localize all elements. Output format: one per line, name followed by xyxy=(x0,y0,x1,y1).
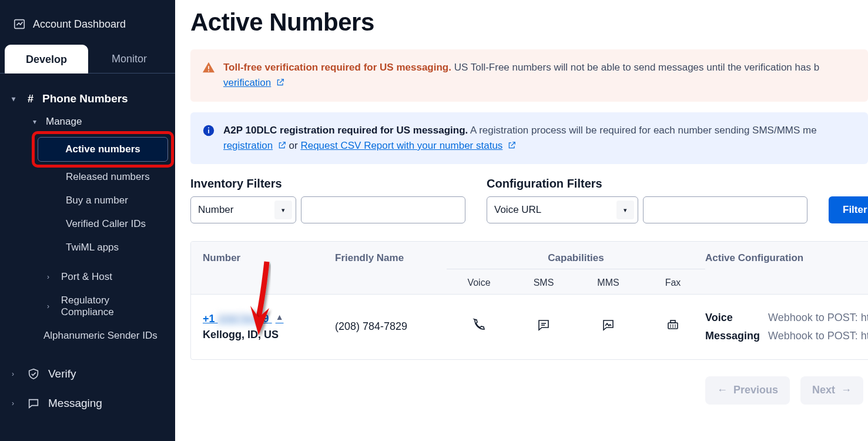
chevron-right-icon: › xyxy=(47,302,54,310)
alert-info-title: A2P 10DLC registration required for US m… xyxy=(223,125,468,136)
sidebar-tabs: Develop Monitor xyxy=(0,45,175,74)
chat-icon xyxy=(27,397,40,410)
nav-phone-numbers[interactable]: ▾ # Phone Numbers xyxy=(0,88,175,110)
col-mms: MMS xyxy=(576,278,641,288)
alert-warn-body: US Toll-Free numbers will not be able to… xyxy=(451,62,819,73)
tab-monitor[interactable]: Monitor xyxy=(88,45,170,73)
chevron-down-icon: ▾ xyxy=(33,118,40,126)
svg-rect-7 xyxy=(671,320,675,323)
nav-messaging[interactable]: › Messaging xyxy=(0,389,175,418)
external-link-icon xyxy=(508,141,516,149)
page-title: Active Numbers xyxy=(190,8,868,36)
chevron-right-icon: › xyxy=(47,273,54,281)
col-capabilities: Capabilities xyxy=(447,252,705,269)
fax-icon xyxy=(666,318,680,332)
triangle-up-icon: ▲ xyxy=(276,312,284,322)
alert-info-body: A registration process will be required … xyxy=(468,125,816,136)
config-messaging-label: Messaging xyxy=(705,327,760,345)
nav-twiml-apps[interactable]: TwiML apps xyxy=(0,236,175,259)
hash-icon: # xyxy=(25,93,36,105)
phone-number-link[interactable]: +1 20878479 ▲ xyxy=(203,313,284,325)
config-filter-block: Configuration Filters Voice URL ▾ xyxy=(487,177,807,223)
friendly-name-cell: (208) 784-7829 xyxy=(335,320,447,333)
svg-rect-6 xyxy=(668,323,678,329)
col-friendly-name: Friendly Name xyxy=(335,252,447,264)
nav-manage[interactable]: ▾ Manage xyxy=(0,110,175,133)
nav-released-numbers[interactable]: Released numbers xyxy=(0,165,175,189)
col-voice: Voice xyxy=(447,278,511,288)
account-dashboard-link[interactable]: Account Dashboard xyxy=(0,11,175,41)
nav-port-and-host[interactable]: › Port & Host xyxy=(0,265,175,289)
nav-verify[interactable]: › Verify xyxy=(0,359,175,389)
nav-buy-a-number[interactable]: Buy a number xyxy=(0,189,175,212)
alert-a2p-registration: A2P 10DLC registration required for US m… xyxy=(190,112,868,165)
mms-icon xyxy=(601,318,615,332)
chevron-down-icon: ▾ xyxy=(616,201,634,219)
filters-row: Inventory Filters Number ▾ Configuration… xyxy=(190,177,868,223)
svg-rect-3 xyxy=(208,127,209,128)
tab-develop[interactable]: Develop xyxy=(5,45,88,74)
config-voice-value: Webhook to POST: ht xyxy=(768,309,868,327)
alert-or-text: or xyxy=(289,140,301,151)
numbers-table: Number Friendly Name Capabilities Voice … xyxy=(190,241,868,359)
col-fax: Fax xyxy=(641,278,705,288)
external-link-icon xyxy=(276,78,284,86)
chevron-right-icon: › xyxy=(12,399,19,407)
nav-alphanumeric-sender-ids[interactable]: Alphanumeric Sender IDs xyxy=(0,324,175,348)
alert-tollfree-verification: Toll-free verification required for US m… xyxy=(190,49,868,102)
csv-report-link[interactable]: Request CSV Report with your number stat… xyxy=(300,140,502,151)
pagination: ← Previous Next → xyxy=(190,360,868,405)
registration-link[interactable]: registration xyxy=(223,140,273,151)
verification-link[interactable]: verification xyxy=(223,77,271,88)
svg-rect-2 xyxy=(208,129,209,133)
table-header: Number Friendly Name Capabilities Voice … xyxy=(191,242,868,294)
external-link-icon xyxy=(278,141,286,149)
alert-warn-title: Toll-free verification required for US m… xyxy=(223,62,451,73)
config-voice-label: Voice xyxy=(705,309,760,327)
chevron-right-icon: › xyxy=(12,370,19,378)
col-sms: SMS xyxy=(511,278,576,288)
shield-check-icon xyxy=(27,368,40,380)
arrow-right-icon: → xyxy=(841,384,852,396)
cap-voice-cell xyxy=(447,318,511,335)
filter-button[interactable]: Filter xyxy=(829,196,868,223)
inventory-filter-select[interactable]: Number ▾ xyxy=(190,196,296,223)
chevron-down-icon: ▾ xyxy=(12,95,19,103)
nav-active-numbers-highlight: Active numbers xyxy=(38,137,168,162)
inventory-filters-label: Inventory Filters xyxy=(190,177,465,191)
col-number: Number xyxy=(203,252,335,264)
config-filter-select[interactable]: Voice URL ▾ xyxy=(487,196,638,223)
warning-icon xyxy=(202,61,215,74)
nav-verified-caller-ids[interactable]: Verified Caller IDs xyxy=(0,212,175,236)
account-dashboard-label: Account Dashboard xyxy=(33,18,126,31)
phone-icon xyxy=(472,318,486,332)
table-row: +1 20878479 ▲ Kellogg, ID, US (208) 784-… xyxy=(191,294,868,359)
next-button[interactable]: Next → xyxy=(800,376,863,405)
cap-fax-cell xyxy=(641,318,705,335)
cap-mms-cell xyxy=(576,318,641,335)
inventory-filter-block: Inventory Filters Number ▾ xyxy=(190,177,465,223)
chevron-down-icon: ▾ xyxy=(274,201,292,219)
sidebar: Account Dashboard Develop Monitor ▾ # Ph… xyxy=(0,0,175,441)
sms-icon xyxy=(537,318,551,332)
config-messaging-value: Webhook to POST: ht xyxy=(768,327,868,345)
previous-button[interactable]: ← Previous xyxy=(705,376,790,405)
dashboard-icon xyxy=(13,18,26,31)
arrow-left-icon: ← xyxy=(717,384,728,396)
info-icon xyxy=(202,124,215,137)
nav-active-numbers[interactable]: Active numbers xyxy=(38,137,168,162)
cap-sms-cell xyxy=(511,318,576,335)
inventory-filter-input[interactable] xyxy=(301,196,465,223)
number-cell: +1 20878479 ▲ Kellogg, ID, US xyxy=(203,312,335,341)
config-filters-label: Configuration Filters xyxy=(487,177,807,191)
config-filter-input[interactable] xyxy=(643,196,807,223)
config-cell: Voice Messaging Webhook to POST: ht Webh… xyxy=(705,309,868,345)
sidebar-nav: ▾ # Phone Numbers ▾ Manage Active number… xyxy=(0,74,175,418)
col-active-configuration: Active Configuration xyxy=(705,252,868,264)
main-content: Active Numbers Toll-free verification re… xyxy=(175,0,868,441)
nav-regulatory-compliance[interactable]: › Regulatory Compliance xyxy=(0,289,175,324)
number-location: Kellogg, ID, US xyxy=(203,329,335,341)
